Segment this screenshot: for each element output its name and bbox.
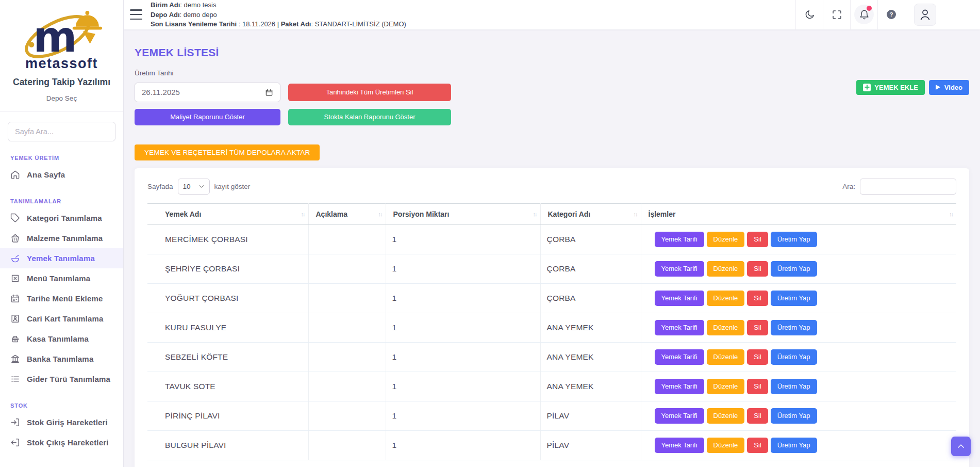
user-avatar[interactable] [905, 0, 945, 29]
duzenle-button[interactable]: Düzenle [707, 349, 745, 365]
production-date-value: 26.11.2025 [142, 88, 180, 96]
duzenle-button[interactable]: Düzenle [707, 379, 745, 394]
meal-row: PİRİNÇ PİLAVI1PİLAVYemek TarifiDüzenleSi… [147, 401, 956, 430]
sidebar-item-tarihe-menu-ekleme[interactable]: Tarihe Menü Ekleme [0, 288, 123, 309]
transfer-all-button[interactable]: YEMEK VE REÇETELERİ TÜM DEPOLARA AKTAR [135, 144, 320, 160]
fullscreen-button[interactable] [823, 0, 850, 29]
scroll-to-top-button[interactable] [951, 437, 971, 456]
column-header-kategori-adi[interactable]: Kategori Adı↑↓ [540, 203, 641, 224]
help-button[interactable]: ? [877, 0, 905, 29]
uretim-yap-button[interactable]: Üretim Yap [771, 261, 817, 277]
depo-sec-link[interactable]: Depo Seç [0, 94, 123, 102]
duzenle-button[interactable]: Düzenle [707, 320, 745, 335]
cost-report-button[interactable]: Maliyet Raporunu Göster [135, 109, 280, 125]
sil-button[interactable]: Sil [747, 232, 768, 247]
yemek-tarifi-button[interactable]: Yemek Tarifi [655, 320, 704, 335]
sort-icon: ↑↓ [949, 211, 953, 217]
sidebar-item-label: Yemek Tanımlama [27, 254, 95, 263]
sil-button[interactable]: Sil [747, 320, 768, 335]
box-out-icon [10, 438, 20, 447]
column-header-yemek-adi[interactable]: Yemek Adı↑↓ [147, 203, 308, 224]
production-date-label: Üretim Tarihi [135, 69, 969, 77]
sidebar-item-kasa-tanimlama[interactable]: Kasa Tanımlama [0, 329, 123, 349]
basket-icon [10, 233, 20, 243]
video-button[interactable]: Video [929, 80, 969, 95]
app-title: Catering Takip Yazılımı [0, 77, 123, 88]
meal-portion: 1 [386, 254, 540, 283]
stock-report-button[interactable]: Stokta Kalan Raporunu Göster [288, 109, 451, 125]
sil-button[interactable]: Sil [747, 408, 768, 424]
sil-button[interactable]: Sil [747, 379, 768, 394]
sort-icon: ↑↓ [301, 211, 305, 217]
delete-all-productions-button[interactable]: Tarihindeki Tüm Üretimleri Sil [288, 84, 451, 101]
sil-button[interactable]: Sil [747, 291, 768, 306]
table-search-input[interactable] [860, 179, 956, 195]
sidebar-item-cari-kart-tanimlama[interactable]: Cari Kart Tanımlama [0, 309, 123, 329]
production-date-input[interactable]: 26.11.2025 [135, 83, 280, 102]
cash-register-icon [10, 334, 20, 344]
sil-button[interactable]: Sil [747, 261, 768, 277]
column-header-porsiyon-miktari[interactable]: Porsiyon Miktarı↑↓ [386, 203, 540, 224]
add-meal-button[interactable]: YEMEK EKLE [856, 80, 925, 95]
yemek-tarifi-button[interactable]: Yemek Tarifi [655, 349, 704, 365]
sidebar-item-kategori-tanimlama[interactable]: Kategori Tanımlama [0, 208, 123, 228]
meal-category: ANA YEMEK [540, 342, 641, 372]
yemek-tarifi-button[interactable]: Yemek Tarifi [655, 232, 704, 247]
uretim-yap-button[interactable]: Üretim Yap [771, 379, 817, 394]
menu-toggle-icon[interactable] [130, 9, 142, 20]
sidebar-item-gider-turu-tanimlama[interactable]: Gider Türü Tanımlama [0, 369, 123, 389]
uretim-yap-button[interactable]: Üretim Yap [771, 232, 817, 247]
page-size-prefix: Sayfada [147, 183, 173, 190]
duzenle-button[interactable]: Düzenle [707, 291, 745, 306]
sidebar-item-banka-tanimlama[interactable]: Banka Tanımlama [0, 349, 123, 369]
yemek-tarifi-button[interactable]: Yemek Tarifi [655, 379, 704, 394]
duzenle-button[interactable]: Düzenle [707, 232, 745, 247]
sidebar-nav: YEMEK ÜRETİMAna SayfaTANIMLAMALARKategor… [0, 155, 123, 453]
sidebar-item-stok-cikis-hareketleri[interactable]: Stok Çıkış Hareketleri [0, 432, 123, 453]
sidebar-item-label: Kasa Tanımlama [27, 334, 89, 343]
yemek-tarifi-button[interactable]: Yemek Tarifi [655, 261, 704, 277]
uretim-yap-button[interactable]: Üretim Yap [771, 349, 817, 365]
dark-mode-button[interactable] [795, 0, 823, 29]
duzenle-button[interactable]: Düzenle [707, 408, 745, 424]
meal-description [308, 430, 386, 460]
uretim-yap-button[interactable]: Üretim Yap [771, 438, 817, 453]
license-info-line: Depo Adı: demo depo [151, 10, 406, 20]
sidebar-item-stok-giris-hareketleri[interactable]: Stok Giriş Hareketleri [0, 412, 123, 432]
sort-icon: ↑↓ [378, 211, 382, 217]
sidebar-section-label: STOK [0, 402, 123, 409]
column-header-aciklama[interactable]: Açıklama↑↓ [308, 203, 386, 224]
sidebar-item-malzeme-tanimlama[interactable]: Malzeme Tanımlama [0, 228, 123, 248]
sidebar-section-label: YEMEK ÜRETİM [0, 155, 123, 161]
sidebar-item-yemek-tanimlama[interactable]: Yemek Tanımlama [0, 248, 123, 268]
chevron-down-icon [198, 183, 205, 190]
page-size-select[interactable]: 10 [178, 179, 210, 195]
duzenle-button[interactable]: Düzenle [707, 438, 745, 453]
sidebar-item-menu-tanimlama[interactable]: Menü Tanımlama [0, 268, 123, 288]
calendar-icon [10, 294, 20, 303]
column-header-islemler[interactable]: İşlemler↑↓ [641, 203, 956, 224]
meal-table: Yemek Adı↑↓Açıklama↑↓Porsiyon Miktarı↑↓K… [147, 203, 956, 460]
meal-category: ANA YEMEK [540, 313, 641, 342]
meal-category: PİLAV [540, 430, 641, 460]
duzenle-button[interactable]: Düzenle [707, 261, 745, 277]
notifications-button[interactable] [850, 0, 877, 29]
sil-button[interactable]: Sil [747, 438, 768, 453]
yemek-tarifi-button[interactable]: Yemek Tarifi [655, 438, 704, 453]
sidebar-search-input[interactable] [8, 122, 115, 141]
list-icon [10, 374, 20, 384]
uretim-yap-button[interactable]: Üretim Yap [771, 320, 817, 335]
uretim-yap-button[interactable]: Üretim Yap [771, 291, 817, 306]
uretim-yap-button[interactable]: Üretim Yap [771, 408, 817, 424]
box-in-icon [10, 417, 20, 427]
sidebar-item-ana-sayfa[interactable]: Ana Sayfa [0, 165, 123, 185]
sil-button[interactable]: Sil [747, 349, 768, 365]
meal-name: MERCİMEK ÇORBASI [147, 224, 308, 254]
meal-portion: 1 [386, 283, 540, 313]
sidebar-item-label: Stok Çıkış Hareketleri [27, 438, 109, 447]
meal-portion: 1 [386, 430, 540, 460]
yemek-tarifi-button[interactable]: Yemek Tarifi [655, 408, 704, 424]
yemek-tarifi-button[interactable]: Yemek Tarifi [655, 291, 704, 306]
fullscreen-icon [832, 9, 842, 20]
meal-name: SEBZELİ KÖFTE [147, 342, 308, 372]
